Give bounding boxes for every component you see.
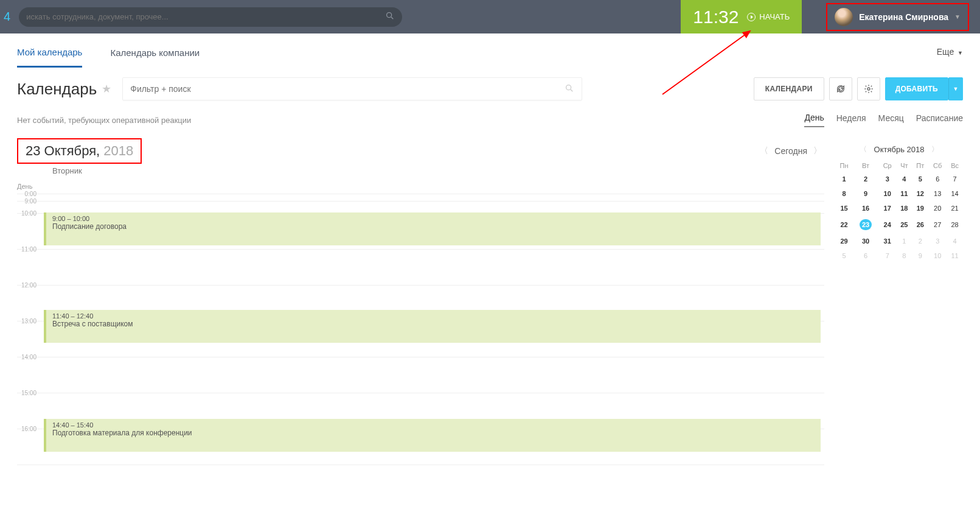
chevron-down-icon: ▼	[954, 13, 961, 20]
clock-time: 11:32	[693, 7, 738, 27]
mini-day[interactable]: 10	[878, 186, 896, 201]
view-schedule[interactable]: Расписание	[916, 113, 963, 127]
search-icon	[385, 11, 395, 23]
mini-day[interactable]: 29	[835, 234, 853, 248]
mini-day[interactable]: 2	[912, 234, 928, 248]
tab-more[interactable]: Еще ▼	[937, 47, 963, 57]
time-label: 9:00	[17, 198, 40, 209]
status-views-row: Нет событий, требующих оперативной реакц…	[0, 108, 980, 138]
prev-day-arrow[interactable]: 〈	[757, 144, 771, 158]
mini-day[interactable]: 19	[912, 201, 928, 216]
top-bar: 4 11:32 НАЧАТЬ Екатерина Смирнова ▼	[0, 0, 980, 33]
tab-company-calendar[interactable]: Календарь компании	[110, 37, 200, 66]
mini-day[interactable]: 4	[947, 234, 963, 248]
view-month[interactable]: Месяц	[878, 113, 904, 127]
global-search[interactable]	[19, 7, 402, 27]
mini-day[interactable]: 1	[896, 234, 912, 248]
clock-start-label[interactable]: НАЧАТЬ	[759, 12, 790, 21]
play-icon[interactable]	[747, 13, 756, 21]
time-label: 0:00	[17, 191, 40, 197]
tab-my-calendar[interactable]: Мой календарь	[17, 36, 82, 68]
settings-button[interactable]	[857, 77, 880, 100]
mini-day[interactable]: 15	[835, 201, 853, 216]
mini-day[interactable]: 12	[912, 186, 928, 201]
refresh-button[interactable]	[829, 77, 852, 100]
date-main: 23 Октября,	[26, 143, 100, 159]
mini-day[interactable]: 16	[853, 201, 878, 216]
calendars-button[interactable]: КАЛЕНДАРИ	[754, 77, 824, 100]
mini-day[interactable]: 30	[853, 234, 878, 248]
time-label: 10:00	[17, 210, 40, 245]
mini-day[interactable]: 9	[853, 186, 878, 201]
mini-day[interactable]: 1	[835, 172, 853, 186]
add-dropdown[interactable]: ▼	[948, 77, 963, 100]
mini-prev-month[interactable]: 〈	[857, 144, 869, 155]
mini-day[interactable]: 2	[853, 172, 878, 186]
date-year: 2018	[103, 143, 133, 159]
today-button[interactable]: Сегодня	[774, 146, 807, 156]
mini-day[interactable]: 10	[928, 248, 947, 263]
mini-calendar-table: ПнВтСрЧтПтСбВс 1234567891011121314151617…	[835, 160, 963, 263]
next-day-arrow[interactable]: 〉	[811, 144, 824, 158]
mini-day[interactable]: 17	[878, 201, 896, 216]
refresh-icon	[836, 84, 846, 94]
mini-day[interactable]: 14	[947, 186, 963, 201]
svg-point-4	[867, 88, 870, 90]
mini-next-month[interactable]: 〉	[929, 144, 941, 155]
add-button[interactable]: ДОБАВИТЬ	[885, 77, 948, 100]
mini-day[interactable]: 27	[928, 216, 947, 234]
gear-icon	[864, 84, 874, 94]
filter-search[interactable]	[122, 77, 582, 100]
mini-day[interactable]: 7	[878, 248, 896, 263]
mini-day[interactable]: 6	[853, 248, 878, 263]
view-week[interactable]: Неделя	[836, 113, 866, 127]
mini-day[interactable]: 21	[947, 201, 963, 216]
mini-day[interactable]: 7	[947, 172, 963, 186]
mini-day[interactable]: 3	[878, 172, 896, 186]
mini-day[interactable]: 8	[835, 186, 853, 201]
mini-day[interactable]: 6	[928, 172, 947, 186]
mini-day[interactable]: 28	[947, 216, 963, 234]
mini-day[interactable]: 18	[896, 201, 912, 216]
timeline: 9:00 – 10:00 Подписание договора 11:40 –…	[17, 194, 824, 465]
page-title-text: Календарь	[17, 80, 97, 99]
mini-day[interactable]: 5	[835, 248, 853, 263]
mini-day[interactable]: 3	[928, 234, 947, 248]
mini-day[interactable]: 5	[912, 172, 928, 186]
user-name: Екатерина Смирнова	[859, 12, 948, 22]
mini-day[interactable]: 11	[896, 186, 912, 201]
mini-dow: Пн	[835, 160, 853, 172]
mini-day[interactable]: 23	[853, 216, 878, 234]
time-label: 15:00	[17, 390, 40, 425]
page-title: Календарь ★	[17, 80, 111, 99]
view-day[interactable]: День	[804, 113, 824, 127]
mini-day[interactable]: 8	[896, 248, 912, 263]
mini-day[interactable]: 20	[928, 201, 947, 216]
tabs-bar: Мой календарь Календарь компании Еще ▼	[0, 33, 980, 70]
time-label: 14:00	[17, 354, 40, 389]
mini-day[interactable]: 25	[896, 216, 912, 234]
svg-point-0	[387, 13, 392, 18]
time-label: 12:00	[17, 282, 40, 317]
mini-day[interactable]: 22	[835, 216, 853, 234]
mini-calendar: 〈 Октябрь 2018 〉 ПнВтСрЧтПтСбВс 12345678…	[835, 138, 963, 465]
mini-day[interactable]: 13	[928, 186, 947, 201]
time-label: 11:00	[17, 246, 40, 281]
mini-day[interactable]: 26	[912, 216, 928, 234]
mini-dow: Ср	[878, 160, 896, 172]
mini-day[interactable]: 11	[947, 248, 963, 263]
mini-day[interactable]: 9	[912, 248, 928, 263]
filter-input[interactable]	[130, 84, 565, 94]
mini-dow: Вт	[853, 160, 878, 172]
logo-number: 4	[0, 10, 19, 24]
search-icon	[565, 83, 574, 95]
mini-day[interactable]: 4	[896, 172, 912, 186]
star-icon[interactable]: ★	[102, 82, 111, 96]
clock-panel: 11:32 НАЧАТЬ	[681, 0, 802, 33]
user-menu[interactable]: Екатерина Смирнова ▼	[826, 3, 969, 31]
mini-day[interactable]: 24	[878, 216, 896, 234]
mini-day[interactable]: 31	[878, 234, 896, 248]
mini-dow: Вс	[947, 160, 963, 172]
global-search-input[interactable]	[26, 12, 385, 21]
tab-more-label: Еще	[937, 47, 954, 57]
